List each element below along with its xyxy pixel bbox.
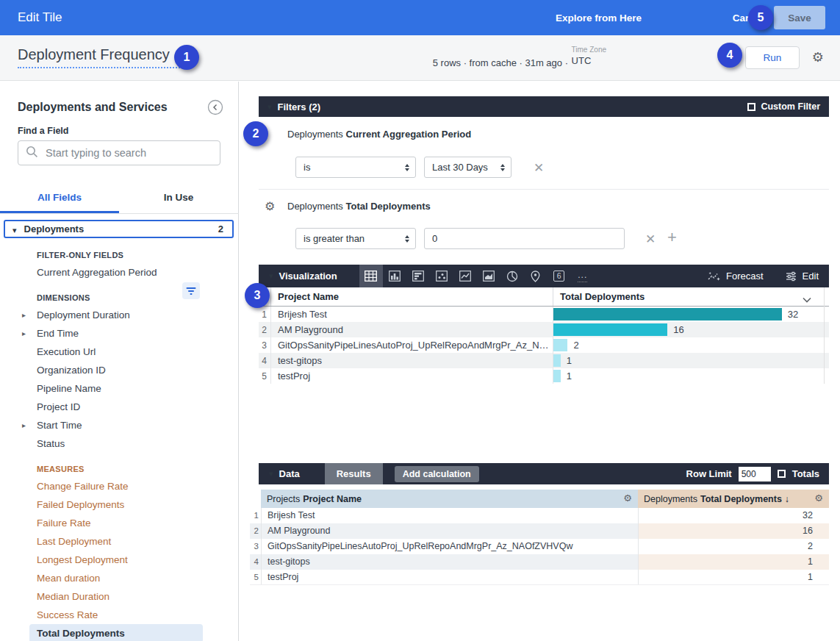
field-failure-rate[interactable]: Failure Rate [0, 514, 239, 532]
tab-in-use[interactable]: In Use [119, 183, 238, 213]
totals-checkbox[interactable] [778, 470, 786, 478]
viz-type-table-icon[interactable] [359, 265, 383, 287]
table-row: 5 testProj 1 [250, 570, 829, 585]
viz-type-pie-icon[interactable] [500, 265, 524, 287]
visualization-section-header[interactable]: Visualization 6 ... [259, 265, 829, 287]
data-col-project-name[interactable]: Projects Project Name [261, 490, 638, 508]
field-mean-duration[interactable]: Mean duration [0, 569, 239, 587]
data-section-header[interactable]: Data Results Add calculation Row Limit T… [259, 463, 829, 484]
field-last-deployment[interactable]: Last Deployment [0, 532, 239, 551]
filter-operator-select[interactable]: is [295, 157, 416, 178]
sort-descending-arrow[interactable]: ↓ [785, 494, 789, 504]
deployments-value-cell[interactable]: 16 [638, 523, 829, 539]
annotation-badge-1: 1 [174, 45, 199, 70]
save-button[interactable]: Save [774, 6, 825, 29]
query-settings-gear-icon[interactable] [812, 49, 824, 65]
field-deployment-duration[interactable]: Deployment Duration [0, 306, 239, 324]
filter-operator-select[interactable]: is greater than [295, 228, 416, 249]
field-pipeline-name[interactable]: Pipeline Name [0, 379, 239, 398]
add-calculation-button[interactable]: Add calculation [395, 466, 479, 482]
viz-type-column-icon[interactable] [383, 265, 406, 287]
deployments-value-cell[interactable]: 1 [638, 570, 829, 584]
filter-settings-gear-icon[interactable] [265, 199, 275, 213]
chevron-down-icon[interactable] [803, 293, 811, 306]
project-name-cell[interactable]: testProj [270, 368, 553, 384]
project-name-cell[interactable]: testProj [261, 570, 638, 584]
field-label: Mean duration [37, 573, 100, 584]
field-success-rate[interactable]: Success Rate [0, 606, 239, 624]
custom-filter-checkbox[interactable] [747, 103, 755, 111]
deployments-bar[interactable] [553, 339, 567, 351]
annotation-badge-2: 2 [243, 121, 268, 146]
deployments-bar[interactable] [553, 354, 561, 367]
data-col-total-deployments[interactable]: Deployments Total Deployments ↓ [638, 490, 829, 508]
field-failed-deployments[interactable]: Failed Deployments [0, 495, 239, 514]
column-gear-icon[interactable] [814, 493, 823, 504]
field-longest-deployment[interactable]: Longest Deployment [0, 551, 239, 569]
deployments-bar[interactable] [553, 323, 667, 336]
deployments-value-cell[interactable]: 1 [638, 554, 829, 570]
forecast-button[interactable]: Forecast [708, 271, 764, 282]
field-change-failure-rate[interactable]: Change Failure Rate [0, 477, 239, 495]
deployments-bar[interactable] [553, 370, 561, 382]
row-number: 3 [250, 539, 261, 554]
field-start-time[interactable]: Start Time [0, 416, 239, 434]
filters-section-header[interactable]: Filters (2) Custom Filter [259, 96, 829, 117]
field-end-time[interactable]: End Time [0, 324, 239, 343]
deployments-value-cell[interactable]: 2 [638, 539, 829, 554]
row-limit-input[interactable] [739, 467, 771, 481]
viz-type-more-icon[interactable]: ... [571, 265, 595, 287]
deployments-group-row[interactable]: Deployments 2 [4, 220, 234, 238]
viz-type-line-icon[interactable] [453, 265, 477, 287]
viz-col-total-deployments[interactable]: Total Deployments [553, 287, 829, 306]
expand-caret-icon[interactable] [22, 306, 26, 324]
deployments-bar[interactable] [553, 308, 782, 320]
run-button[interactable]: Run [745, 46, 800, 69]
field-median-duration[interactable]: Median Duration [0, 587, 239, 606]
tab-all-fields[interactable]: All Fields [0, 183, 119, 213]
viz-type-scatter-icon[interactable] [430, 265, 453, 287]
field-execution-url[interactable]: Execution Url [0, 343, 239, 361]
remove-filter-icon[interactable] [645, 232, 656, 247]
viz-type-single-value-icon[interactable]: 6 [548, 265, 571, 287]
filter-value-select[interactable]: Last 30 Days [424, 157, 511, 178]
filter-view-name: Deployments [287, 201, 343, 212]
field-current-aggregation-period[interactable]: Current Aggregation Period [0, 263, 239, 282]
results-tab[interactable]: Results [325, 463, 383, 484]
project-name-cell[interactable]: GitOpsSanityPipeLinesAutoProj_UpRelRepoA… [270, 337, 553, 353]
field-organization-id[interactable]: Organization ID [0, 361, 239, 379]
column-gear-icon[interactable] [623, 493, 632, 504]
project-name-cell[interactable]: Brijesh Test [261, 508, 638, 523]
project-name-cell[interactable]: AM Playground [270, 322, 553, 337]
search-input[interactable] [46, 147, 212, 159]
table-row: 1 Brijesh Test 32 [250, 508, 829, 523]
field-search-box[interactable] [18, 140, 220, 165]
deployments-value-cell[interactable]: 32 [638, 508, 829, 523]
viz-type-area-icon[interactable] [477, 265, 500, 287]
field-status[interactable]: Status [0, 434, 239, 453]
project-name-cell[interactable]: Brijesh Test [270, 307, 553, 322]
table-row: 4 test-gitops 1 [259, 353, 829, 368]
expand-caret-icon[interactable] [22, 416, 26, 434]
field-total-deployments[interactable]: Total Deployments [29, 624, 203, 641]
project-name-cell[interactable]: AM Playground [261, 523, 638, 539]
field-project-id[interactable]: Project ID [0, 398, 239, 416]
collapse-sidebar-icon[interactable] [207, 99, 223, 115]
edit-viz-button[interactable]: Edit [786, 271, 819, 282]
table-row: 1 Brijesh Test 32 [259, 307, 829, 322]
viz-type-map-icon[interactable] [524, 265, 548, 287]
project-name-cell[interactable]: test-gitops [270, 353, 553, 368]
expand-caret-icon[interactable] [22, 324, 26, 343]
timezone-value: UTC [572, 55, 606, 66]
explore-from-here-link[interactable]: Explore from Here [556, 12, 642, 24]
project-name-cell[interactable]: GitOpsSanityPipeLinesAutoProj_UpRelRepoA… [261, 539, 638, 554]
filter-value-input[interactable] [424, 228, 625, 249]
add-filter-icon[interactable] [667, 228, 677, 247]
forecast-icon [708, 271, 720, 282]
viz-col-project-name[interactable]: Project Name [270, 287, 553, 306]
page-title[interactable]: Deployment Frequency [18, 46, 180, 68]
viz-type-bar-icon[interactable] [406, 265, 430, 287]
remove-filter-icon[interactable] [534, 160, 544, 176]
filter-icon[interactable] [182, 282, 200, 299]
project-name-cell[interactable]: test-gitops [261, 554, 638, 570]
